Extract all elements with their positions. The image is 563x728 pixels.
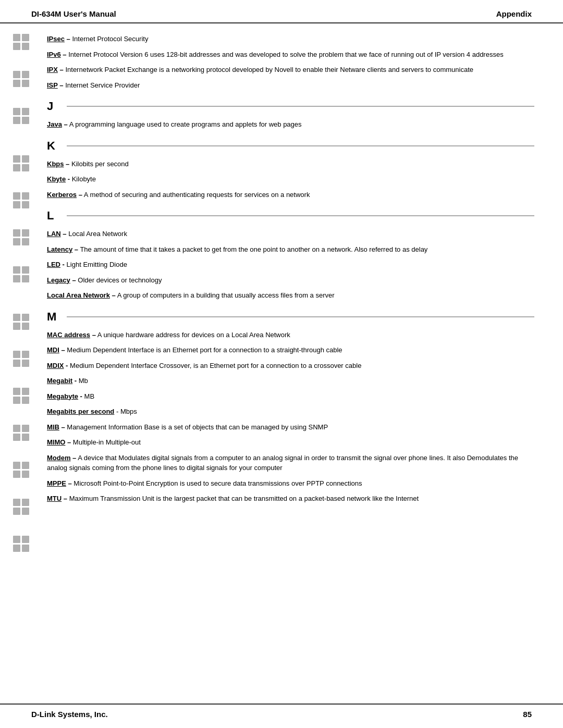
sq [22,192,29,200]
sq [22,425,29,432]
term-mib: MIB – Management Information Base is a s… [47,422,534,433]
sq [22,499,29,506]
main-content: IPsec – Internet Protocol Security IPv6 … [42,23,563,704]
sq [13,80,20,87]
sq [13,499,20,506]
term-mimo: MIMO – Multiple-in Multiple-out [47,437,534,448]
term-mppe: MPPE – Microsoft Point-to-Point Encrypti… [47,478,534,489]
sq [13,71,20,78]
sidebar-squares-9 [13,351,29,367]
term-key-kerberos: Kerberos – [47,191,82,199]
term-def-mbps: - Mbps [116,408,137,415]
sq [13,155,20,163]
sq [13,201,20,208]
sq [22,360,29,367]
sq [13,192,20,200]
sq [22,155,29,163]
term-key-mac: MAC address – [47,331,96,339]
term-megabits-per-second: Megabits per second - Mbps [47,406,534,417]
term-lan: LAN – Local Area Network [47,229,534,239]
sidebar-squares-1 [13,34,29,50]
term-key-java: Java – [47,120,68,128]
term-def-mdix: Medium Dependent Interface Crossover, is… [70,362,361,369]
section-j-line [67,106,534,107]
term-mdi: MDI – Medium Dependent Interface is an E… [47,345,534,355]
term-def-mppe: Microsoft Point-to-Point Encryption is u… [74,479,362,487]
term-key-mdix: MDIX - [47,362,68,369]
term-isp: ISP – Internet Service Provider [47,80,534,91]
term-kerberos: Kerberos – A method of securing and auth… [47,190,534,200]
section-m-terms: MAC address – A unique hardware address … [47,330,534,504]
sq [13,314,20,321]
term-key-mimo: MIMO – [47,438,71,446]
sidebar-squares-13 [13,499,29,515]
term-key-lan: LAN – [47,230,67,238]
term-java: Java – A programming language used to cr… [47,119,534,130]
page-footer: D-Link Systems, Inc. 85 [0,704,563,728]
term-key-mbps: Megabits per second [47,408,114,415]
sq [22,536,29,543]
sidebar-squares-4 [13,155,29,171]
footer-page-number: 85 [523,710,532,719]
sq [22,108,29,115]
sq [22,266,29,274]
sq [22,545,29,552]
section-j-terms: Java – A programming language used to cr… [47,119,534,130]
term-def-ipv6: Internet Protocol Version 6 uses 128-bit… [68,51,503,58]
term-def-kbps: Kilobits per second [71,160,129,168]
term-def-mdi: Medium Dependent Interface is an Etherne… [67,346,342,354]
term-key-megabit: Megabit - [47,377,77,385]
sq [22,201,29,208]
sq [13,323,20,330]
footer-company: D-Link Systems, Inc. [31,710,108,719]
section-i-terms: IPsec – Internet Protocol Security IPv6 … [47,34,534,90]
sq [13,266,20,274]
term-def-kerberos: A method of securing and authenticating … [84,191,310,199]
term-key-isp: ISP – [47,81,64,89]
term-legacy: Legacy – Older devices or technology [47,275,534,286]
term-key-ipsec: IPsec – [47,35,70,43]
term-mac-address: MAC address – A unique hardware address … [47,330,534,340]
term-mtu: MTU – Maximum Transmission Unit is the l… [47,493,534,504]
sq [22,434,29,441]
sq [13,238,20,245]
sidebar-squares-3 [13,108,29,124]
term-def-legacy: Older devices or technology [78,276,162,284]
page-container: DI-634M User's Manual Appendix [0,0,563,728]
term-local-area-network: Local Area Network – A group of computer… [47,290,534,301]
sq [13,275,20,282]
term-modem: Modem – A device that Modulates digital … [47,453,534,473]
page-header: DI-634M User's Manual Appendix [0,0,563,23]
term-led: LED - Light Emitting Diode [47,260,534,270]
sq [13,43,20,50]
term-kbyte: Kbyte - Kilobyte [47,174,534,184]
term-def-megabyte: MB [84,392,95,400]
term-key-megabyte: Megabyte - [47,392,82,400]
term-def-latency: The amount of time that it takes a packe… [80,245,427,253]
section-k-terms: Kbps – Kilobits per second Kbyte - Kilob… [47,159,534,200]
sq [13,117,20,124]
header-title-left: DI-634M User's Manual [31,9,116,18]
section-m-line [67,316,534,317]
term-def-lan-full: A group of computers in a building that … [117,291,335,299]
term-def-mib: Management Information Base is a set of … [67,423,328,431]
sq [22,508,29,515]
sq [22,229,29,237]
sidebar-squares-6 [13,229,29,245]
content-area: IPsec – Internet Protocol Security IPv6 … [0,23,563,704]
sidebar-decoration [0,23,42,704]
sq [13,397,20,404]
term-key-latency: Latency – [47,245,78,253]
sq [22,238,29,245]
section-l-letter: L [47,209,63,223]
term-key-legacy: Legacy – [47,276,76,284]
section-l-header: L [47,209,534,223]
term-def-java: A programming language used to create pr… [69,120,302,128]
sidebar-squares-2 [13,71,29,87]
sq [22,275,29,282]
section-j-header: J [47,100,534,113]
term-def-led: Light Emitting Diode [67,261,127,268]
term-def-mtu: Maximum Transmission Unit is the largest… [69,495,419,502]
term-def-ipx: Internetwork Packet Exchange is a networ… [65,66,473,73]
sq [13,471,20,478]
